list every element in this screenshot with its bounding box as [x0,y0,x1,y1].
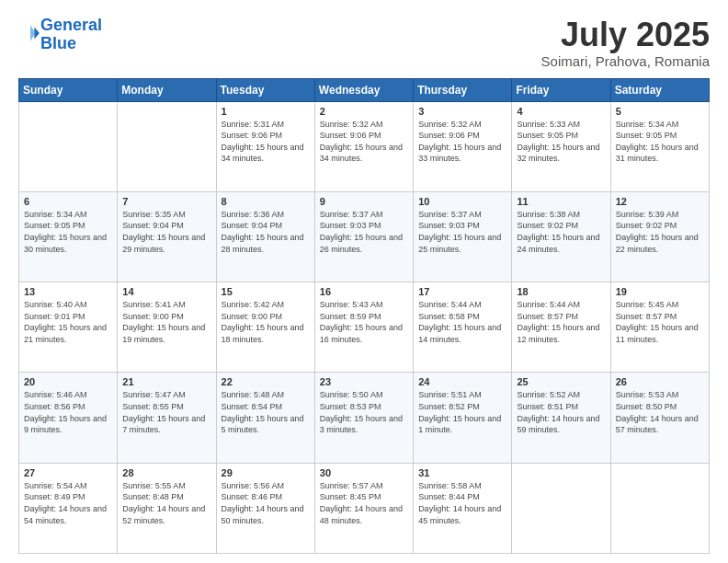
logo-line2: Blue [40,34,76,52]
calendar-week-row: 27Sunrise: 5:54 AM Sunset: 8:49 PM Dayli… [19,463,710,553]
day-number: 21 [122,376,210,387]
cell-info: Sunrise: 5:44 AM Sunset: 8:57 PM Dayligh… [517,299,605,345]
day-of-week-header: Tuesday [216,78,314,101]
day-number: 11 [517,196,605,207]
day-number: 3 [418,106,506,117]
calendar-cell: 7Sunrise: 5:35 AM Sunset: 9:04 PM Daylig… [118,191,216,282]
calendar-cell: 6Sunrise: 5:34 AM Sunset: 9:05 PM Daylig… [19,191,118,282]
cell-info: Sunrise: 5:46 AM Sunset: 8:56 PM Dayligh… [24,389,112,435]
day-number: 18 [517,286,605,297]
calendar-cell: 3Sunrise: 5:32 AM Sunset: 9:06 PM Daylig… [414,101,512,191]
day-number: 23 [320,376,408,387]
day-number: 16 [320,286,408,297]
cell-info: Sunrise: 5:58 AM Sunset: 8:44 PM Dayligh… [418,480,506,526]
calendar-week-row: 13Sunrise: 5:40 AM Sunset: 9:01 PM Dayli… [19,282,710,373]
day-of-week-header: Monday [118,78,216,101]
calendar-cell: 11Sunrise: 5:38 AM Sunset: 9:02 PM Dayli… [512,191,610,282]
calendar-cell: 12Sunrise: 5:39 AM Sunset: 9:02 PM Dayli… [610,191,709,282]
calendar-cell: 24Sunrise: 5:51 AM Sunset: 8:52 PM Dayli… [414,373,512,463]
cell-info: Sunrise: 5:31 AM Sunset: 9:06 PM Dayligh… [222,119,310,165]
cell-info: Sunrise: 5:54 AM Sunset: 8:49 PM Dayligh… [24,480,112,526]
cell-info: Sunrise: 5:41 AM Sunset: 9:00 PM Dayligh… [122,299,210,345]
day-number: 9 [320,196,408,207]
cell-info: Sunrise: 5:38 AM Sunset: 9:02 PM Dayligh… [517,209,605,255]
calendar-cell: 9Sunrise: 5:37 AM Sunset: 9:03 PM Daylig… [314,191,413,282]
day-number: 5 [616,106,704,117]
calendar-week-row: 6Sunrise: 5:34 AM Sunset: 9:05 PM Daylig… [19,191,710,282]
calendar-cell [512,463,610,553]
day-number: 22 [222,376,310,387]
day-number: 17 [418,286,506,297]
calendar-week-row: 20Sunrise: 5:46 AM Sunset: 8:56 PM Dayli… [19,373,710,463]
page: General Blue July 2025 Soimari, Prahova,… [0,0,728,563]
day-number: 4 [517,106,605,117]
day-number: 27 [24,467,112,478]
cell-info: Sunrise: 5:45 AM Sunset: 8:57 PM Dayligh… [616,299,704,345]
cell-info: Sunrise: 5:47 AM Sunset: 8:55 PM Dayligh… [122,389,210,435]
cell-info: Sunrise: 5:53 AM Sunset: 8:50 PM Dayligh… [616,389,704,435]
calendar-cell: 29Sunrise: 5:56 AM Sunset: 8:46 PM Dayli… [216,463,314,553]
cell-info: Sunrise: 5:50 AM Sunset: 8:53 PM Dayligh… [320,389,408,435]
day-number: 25 [517,376,605,387]
header-row: SundayMondayTuesdayWednesdayThursdayFrid… [19,78,710,101]
day-number: 28 [122,467,210,478]
cell-info: Sunrise: 5:43 AM Sunset: 8:59 PM Dayligh… [320,299,408,345]
day-number: 1 [222,106,310,117]
calendar-table: SundayMondayTuesdayWednesdayThursdayFrid… [18,78,710,554]
day-of-week-header: Sunday [19,78,118,101]
day-of-week-header: Friday [512,78,610,101]
calendar-cell [610,463,709,553]
cell-info: Sunrise: 5:34 AM Sunset: 9:05 PM Dayligh… [24,209,112,255]
logo-text: General Blue [40,17,102,53]
calendar-cell: 10Sunrise: 5:37 AM Sunset: 9:03 PM Dayli… [414,191,512,282]
calendar-cell: 21Sunrise: 5:47 AM Sunset: 8:55 PM Dayli… [118,373,216,463]
calendar-cell: 13Sunrise: 5:40 AM Sunset: 9:01 PM Dayli… [19,282,118,373]
calendar-week-row: 1Sunrise: 5:31 AM Sunset: 9:06 PM Daylig… [19,101,710,191]
day-number: 6 [24,196,112,207]
location: Soimari, Prahova, Romania [541,53,710,69]
day-number: 26 [616,376,704,387]
calendar-cell: 14Sunrise: 5:41 AM Sunset: 9:00 PM Dayli… [118,282,216,373]
cell-info: Sunrise: 5:37 AM Sunset: 9:03 PM Dayligh… [320,209,408,255]
calendar-cell [118,101,216,191]
calendar-cell: 18Sunrise: 5:44 AM Sunset: 8:57 PM Dayli… [512,282,610,373]
day-of-week-header: Wednesday [314,78,413,101]
calendar-cell: 17Sunrise: 5:44 AM Sunset: 8:58 PM Dayli… [414,282,512,373]
calendar-cell: 2Sunrise: 5:32 AM Sunset: 9:06 PM Daylig… [314,101,413,191]
day-number: 13 [24,286,112,297]
month-year: July 2025 [541,17,710,53]
calendar-cell: 23Sunrise: 5:50 AM Sunset: 8:53 PM Dayli… [314,373,413,463]
day-number: 19 [616,286,704,297]
calendar-cell: 28Sunrise: 5:55 AM Sunset: 8:48 PM Dayli… [118,463,216,553]
day-number: 20 [24,376,112,387]
day-of-week-header: Saturday [610,78,709,101]
cell-info: Sunrise: 5:56 AM Sunset: 8:46 PM Dayligh… [222,480,310,526]
calendar-cell: 26Sunrise: 5:53 AM Sunset: 8:50 PM Dayli… [610,373,709,463]
calendar-cell: 22Sunrise: 5:48 AM Sunset: 8:54 PM Dayli… [216,373,314,463]
calendar-cell: 30Sunrise: 5:57 AM Sunset: 8:45 PM Dayli… [314,463,413,553]
day-number: 15 [222,286,310,297]
cell-info: Sunrise: 5:51 AM Sunset: 8:52 PM Dayligh… [418,389,506,435]
calendar-cell: 8Sunrise: 5:36 AM Sunset: 9:04 PM Daylig… [216,191,314,282]
day-number: 2 [320,106,408,117]
cell-info: Sunrise: 5:52 AM Sunset: 8:51 PM Dayligh… [517,389,605,435]
logo-line1: General [40,16,102,34]
calendar-cell: 1Sunrise: 5:31 AM Sunset: 9:06 PM Daylig… [216,101,314,191]
cell-info: Sunrise: 5:32 AM Sunset: 9:06 PM Dayligh… [320,119,408,165]
day-of-week-header: Thursday [414,78,512,101]
cell-info: Sunrise: 5:33 AM Sunset: 9:05 PM Dayligh… [517,119,605,165]
calendar-cell [19,101,118,191]
day-number: 7 [122,196,210,207]
cell-info: Sunrise: 5:55 AM Sunset: 8:48 PM Dayligh… [122,480,210,526]
logo-icon [20,23,40,43]
cell-info: Sunrise: 5:48 AM Sunset: 8:54 PM Dayligh… [222,389,310,435]
cell-info: Sunrise: 5:34 AM Sunset: 9:05 PM Dayligh… [616,119,704,165]
cell-info: Sunrise: 5:36 AM Sunset: 9:04 PM Dayligh… [222,209,310,255]
day-number: 24 [418,376,506,387]
cell-info: Sunrise: 5:37 AM Sunset: 9:03 PM Dayligh… [418,209,506,255]
cell-info: Sunrise: 5:42 AM Sunset: 9:00 PM Dayligh… [222,299,310,345]
cell-info: Sunrise: 5:44 AM Sunset: 8:58 PM Dayligh… [418,299,506,345]
calendar-cell: 15Sunrise: 5:42 AM Sunset: 9:00 PM Dayli… [216,282,314,373]
day-number: 14 [122,286,210,297]
cell-info: Sunrise: 5:32 AM Sunset: 9:06 PM Dayligh… [418,119,506,165]
